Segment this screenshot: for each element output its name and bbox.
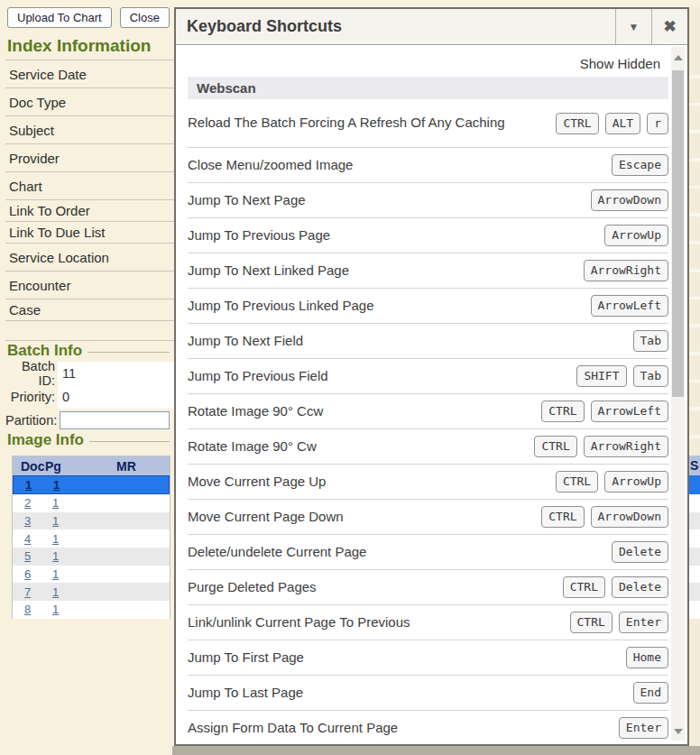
image-table-row[interactable]: 5 1: [13, 548, 170, 566]
shortcut-keys: Escape: [612, 154, 668, 176]
key-badge: Enter: [619, 717, 668, 739]
shortcut-label: Jump To Previous Page: [188, 226, 604, 244]
column-header-pg: Pg: [45, 459, 83, 474]
image-table-row[interactable]: 6 1: [13, 566, 170, 584]
index-field-row[interactable]: Link To Order: [5, 200, 174, 222]
scrollbar-down-arrow[interactable]: [671, 724, 685, 739]
shortcut-row: Jump To Previous Field SHIFTTab: [188, 359, 668, 394]
shortcut-label: Reload The Batch Forcing A Refresh Of An…: [188, 114, 556, 132]
keyboard-shortcuts-dialog: Keyboard Shortcuts ▼ ✖ Show Hidden Websc…: [174, 7, 689, 746]
doc-link[interactable]: 3: [24, 514, 31, 528]
pg-link[interactable]: 1: [52, 567, 59, 581]
close-icon: ✖: [663, 17, 676, 36]
right-sliver-selected-row: [689, 475, 700, 494]
index-empty-row: [5, 321, 174, 341]
shortcut-label: Jump To Next Field: [188, 332, 633, 350]
pg-link[interactable]: 1: [52, 549, 59, 563]
key-badge: CTRL: [563, 576, 605, 598]
doc-link[interactable]: 8: [24, 603, 31, 616]
doc-link[interactable]: 5: [24, 549, 31, 563]
image-info-heading: Image Info: [7, 431, 170, 449]
triangle-up-icon: [674, 55, 683, 60]
shortcut-label: Move Current Page Down: [188, 508, 541, 526]
key-badge: CTRL: [556, 471, 598, 493]
shortcut-list: Reload The Batch Forcing A Refresh Of An…: [188, 99, 668, 742]
shortcut-keys: ArrowUp: [604, 225, 668, 246]
image-table-row[interactable]: 8 1: [13, 601, 170, 619]
key-badge: Escape: [612, 154, 668, 176]
shortcut-keys: Home: [626, 647, 668, 668]
doc-link[interactable]: 2: [24, 496, 31, 510]
shortcut-label: Rotate Image 90° Cw: [188, 437, 534, 456]
image-table-row[interactable]: 2 1: [13, 494, 170, 512]
key-badge: Tab: [633, 330, 668, 352]
index-field-row[interactable]: Doc Type: [5, 88, 174, 116]
triangle-down-icon: [674, 729, 683, 734]
shortcut-keys: CTRLArrowRight: [534, 436, 668, 457]
index-field-row[interactable]: Service Location: [5, 244, 174, 272]
show-hidden-link[interactable]: Show Hidden: [176, 56, 660, 71]
scrollbar-up-arrow[interactable]: [671, 51, 685, 65]
dialog-close-button[interactable]: ✖: [651, 9, 687, 44]
index-field-row[interactable]: Case: [5, 299, 174, 321]
index-field-row[interactable]: Chart: [5, 172, 174, 200]
batch-info-heading: Batch Info: [7, 342, 170, 360]
priority-label: Priority:: [5, 390, 58, 404]
key-badge: CTRL: [556, 113, 598, 134]
doc-link[interactable]: 6: [24, 567, 31, 581]
dialog-title: Keyboard Shortcuts: [176, 9, 615, 44]
right-sliver-form-rows: [689, 51, 700, 456]
right-sliver-table-header: S: [689, 456, 700, 475]
dialog-content: Show Hidden Webscan Reload The Batch For…: [176, 45, 687, 742]
shortcut-row: Move Current Page Up CTRLArrowUp: [188, 465, 668, 500]
pg-link[interactable]: 1: [52, 603, 59, 616]
index-field-row[interactable]: Provider: [5, 144, 174, 172]
key-badge: CTRL: [541, 506, 584, 528]
index-field-row[interactable]: Service Date: [5, 60, 174, 88]
image-table-row[interactable]: 7 1: [13, 583, 170, 601]
shortcut-row: Assign Form Data To Current Page Enter: [188, 711, 668, 742]
doc-link[interactable]: 4: [24, 532, 31, 546]
pg-link[interactable]: 1: [52, 585, 59, 599]
image-table-row[interactable]: 1 1: [13, 475, 170, 494]
scrollbar-thumb[interactable]: [672, 70, 684, 397]
upload-to-chart-button[interactable]: Upload To Chart: [7, 7, 112, 28]
key-badge: ArrowRight: [584, 260, 668, 281]
shortcut-row: Jump To Next Linked Page ArrowRight: [188, 253, 668, 289]
index-field-row[interactable]: Link To Due List: [5, 222, 174, 244]
image-table-row[interactable]: 3 1: [13, 512, 170, 530]
shortcut-row: Jump To Last Page End: [188, 676, 668, 711]
shortcut-row: Close Menu/zoomed Image Escape: [188, 148, 668, 183]
shortcut-label: Move Current Page Up: [188, 473, 556, 491]
pg-link[interactable]: 1: [53, 478, 60, 492]
partition-input[interactable]: [60, 411, 170, 429]
shortcut-keys: CTRLArrowLeft: [541, 401, 668, 422]
shortcut-label: Rotate Image 90° Ccw: [188, 402, 541, 420]
close-button[interactable]: Close: [120, 7, 170, 28]
key-badge: CTRL: [541, 401, 584, 422]
index-information-heading: Index Information: [7, 36, 174, 56]
doc-link[interactable]: 7: [24, 585, 31, 599]
pg-link[interactable]: 1: [52, 532, 59, 546]
image-table-row[interactable]: 4 1: [13, 529, 170, 548]
dialog-collapse-button[interactable]: ▼: [615, 9, 651, 44]
doc-link[interactable]: 1: [25, 478, 32, 492]
shortcut-row: Reload The Batch Forcing A Refresh Of An…: [188, 99, 668, 148]
pg-link[interactable]: 1: [52, 514, 59, 528]
shortcut-keys: CTRLEnter: [570, 612, 668, 633]
shortcut-row: Jump To Next Field Tab: [188, 324, 668, 359]
shortcut-label: Close Menu/zoomed Image: [188, 156, 612, 174]
key-badge: ArrowUp: [604, 225, 668, 246]
index-field-row[interactable]: Encounter: [5, 272, 174, 299]
shortcut-label: Jump To Last Page: [188, 684, 633, 702]
shortcut-keys: CTRLALTr: [556, 113, 668, 134]
key-badge: ALT: [605, 113, 640, 134]
shortcut-row: Jump To First Page Home: [188, 640, 668, 676]
key-badge: ArrowLeft: [591, 401, 668, 422]
toolbar: Upload To Chart Close ?: [7, 7, 193, 28]
dialog-scrollbar[interactable]: [671, 47, 685, 741]
index-field-row[interactable]: Subject: [5, 116, 174, 144]
pg-link[interactable]: 1: [52, 496, 59, 510]
key-badge: CTRL: [570, 612, 612, 633]
shortcut-label: Jump To Next Page: [188, 191, 591, 209]
